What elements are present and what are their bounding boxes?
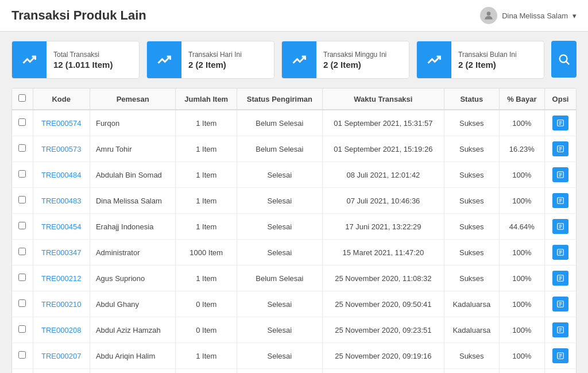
kode-link[interactable]: TRE000212 <box>41 274 81 283</box>
row-kode: TRE000207 <box>33 343 90 369</box>
user-menu[interactable]: Dina Melissa Salam ▾ <box>480 7 577 24</box>
row-checkbox <box>12 266 33 291</box>
detail-button[interactable] <box>552 193 568 208</box>
row-waktu: 17 Juni 2021, 13:22:29 <box>322 214 444 240</box>
detail-button[interactable] <box>552 219 568 234</box>
row-select-checkbox[interactable] <box>18 248 26 255</box>
th-status: Status <box>444 89 499 110</box>
table-row: TRE000573 Amru Tohir 1 Item Belum Selesa… <box>12 136 576 162</box>
table-row: TRE000207 Abdu Ariqin Halim 1 Item Seles… <box>12 343 576 369</box>
detail-button[interactable] <box>552 167 568 182</box>
row-pemesan: Khalila Indriana <box>90 369 176 374</box>
row-status-kirim: Selesai <box>237 214 323 240</box>
search-button[interactable] <box>551 41 577 78</box>
row-jumlah: 1 Item <box>176 214 237 240</box>
stat-week-value: 2 (2 Item) <box>323 60 386 70</box>
stat-today-label: Transaksi Hari Ini <box>188 51 242 59</box>
row-bayar: 100% <box>499 110 545 136</box>
row-select-checkbox[interactable] <box>18 144 26 152</box>
row-opsi <box>545 188 576 214</box>
row-waktu: 01 September 2021, 15:19:26 <box>322 136 444 162</box>
main-content: Total Transaksi 12 (1.011 Item) Transaks… <box>0 32 588 373</box>
row-jumlah: 1000 Item <box>176 240 237 266</box>
row-kode: TRE000347 <box>33 240 90 266</box>
stat-today: Transaksi Hari Ini 2 (2 Item) <box>146 41 274 79</box>
select-all-checkbox[interactable] <box>18 94 26 102</box>
kode-link[interactable]: TRE000207 <box>41 352 81 360</box>
kode-link[interactable]: TRE000574 <box>41 119 81 128</box>
row-status-kirim: Selesai <box>237 291 323 317</box>
row-select-checkbox[interactable] <box>18 351 26 359</box>
th-pemesan: Pemesan <box>90 89 176 110</box>
table-row: TRE000206 Khalila Indriana 1 Item Selesa… <box>12 369 576 374</box>
page-title: Transaksi Produk Lain <box>11 8 146 23</box>
row-bayar: 100% <box>499 343 545 369</box>
row-checkbox <box>12 317 33 343</box>
row-waktu: 01 September 2021, 15:31:57 <box>322 110 444 136</box>
detail-button[interactable] <box>552 141 568 156</box>
row-jumlah: 1 Item <box>176 110 237 136</box>
detail-button[interactable] <box>552 245 568 260</box>
row-waktu: 25 November 2020, 09:50:41 <box>322 291 444 317</box>
row-select-checkbox[interactable] <box>18 170 26 178</box>
row-status-kirim: Selesai <box>237 188 323 214</box>
detail-button[interactable] <box>552 297 568 312</box>
row-checkbox <box>12 291 33 317</box>
row-waktu: 15 Maret 2021, 11:47:20 <box>322 240 444 266</box>
row-bayar: 100% <box>499 162 545 188</box>
stat-month-value: 2 (2 Item) <box>458 60 517 70</box>
kode-link[interactable]: TRE000454 <box>41 222 81 231</box>
row-kode: TRE000206 <box>33 369 90 374</box>
kode-link[interactable]: TRE000347 <box>41 248 81 257</box>
row-status: Sukses <box>444 266 499 291</box>
row-pemesan: Amru Tohir <box>90 136 176 162</box>
row-jumlah: 0 Item <box>176 317 237 343</box>
row-kode: TRE000212 <box>33 266 90 291</box>
stat-week-icon <box>282 41 316 78</box>
row-status: Sukses <box>444 110 499 136</box>
row-select-checkbox[interactable] <box>18 222 26 229</box>
row-bayar: 100% <box>499 266 545 291</box>
th-checkbox <box>12 89 33 110</box>
row-kode: TRE000484 <box>33 162 90 188</box>
th-kode: Kode <box>33 89 90 110</box>
row-status: Sukses <box>444 162 499 188</box>
row-status-kirim: Selesai <box>237 240 323 266</box>
row-bayar: 44.64% <box>499 214 545 240</box>
detail-button[interactable] <box>552 322 568 337</box>
stat-month-icon <box>417 41 451 78</box>
kode-link[interactable]: TRE000573 <box>41 145 81 153</box>
table-row: TRE000574 Furqon 1 Item Belum Selesai 01… <box>12 110 576 136</box>
row-pemesan: Abdu Ariqin Halim <box>90 343 176 369</box>
row-opsi <box>545 214 576 240</box>
row-select-checkbox[interactable] <box>18 118 26 126</box>
kode-link[interactable]: TRE000483 <box>41 197 81 205</box>
row-select-checkbox[interactable] <box>18 325 26 333</box>
detail-button[interactable] <box>552 271 568 286</box>
row-pemesan: Abdul Ghany <box>90 291 176 317</box>
kode-link[interactable]: TRE000208 <box>41 326 81 334</box>
row-waktu: 25 November 2020, 09:23:51 <box>322 317 444 343</box>
row-opsi <box>545 240 576 266</box>
row-kode: TRE000574 <box>33 110 90 136</box>
header: Transaksi Produk Lain Dina Melissa Salam… <box>0 0 588 32</box>
detail-button[interactable] <box>552 116 568 130</box>
row-select-checkbox[interactable] <box>18 274 26 281</box>
detail-button[interactable] <box>552 348 568 363</box>
row-kode: TRE000454 <box>33 214 90 240</box>
row-status: Sukses <box>444 136 499 162</box>
kode-link[interactable]: TRE000210 <box>41 300 81 309</box>
row-select-checkbox[interactable] <box>18 196 26 203</box>
row-status-kirim: Selesai <box>237 369 323 374</box>
table-row: TRE000208 Abdul Aziz Hamzah 0 Item Seles… <box>12 317 576 343</box>
row-select-checkbox[interactable] <box>18 299 26 307</box>
kode-link[interactable]: TRE000484 <box>41 171 81 179</box>
row-opsi <box>545 136 576 162</box>
row-pemesan: Abdul Aziz Hamzah <box>90 317 176 343</box>
row-checkbox <box>12 188 33 214</box>
row-status: Kadaluarsa <box>444 291 499 317</box>
th-jumlah: Jumlah Item <box>176 89 237 110</box>
stat-total-icon <box>12 41 47 78</box>
row-pemesan: Agus Supriono <box>90 266 176 291</box>
table-row: TRE000484 Abdulah Bin Somad 1 Item Seles… <box>12 162 576 188</box>
